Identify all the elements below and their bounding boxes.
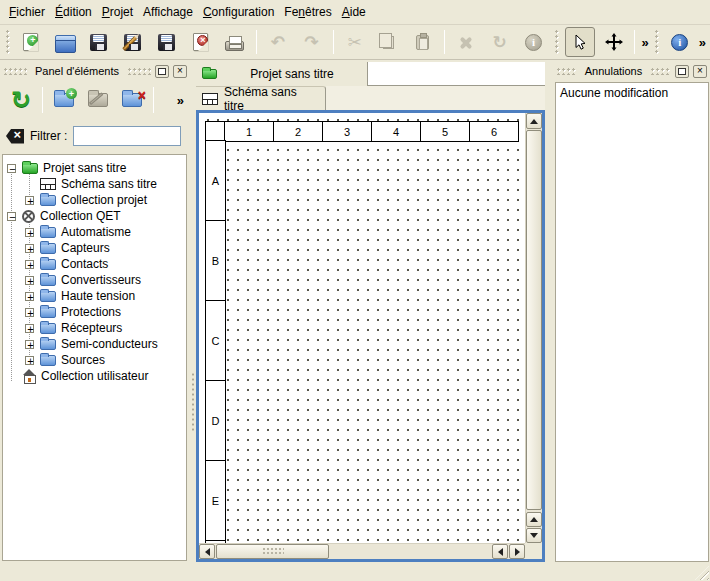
open-project-button[interactable] (50, 27, 80, 57)
arrow-up-icon (530, 119, 538, 124)
expand-box[interactable] (25, 260, 34, 269)
dock-close-button[interactable]: × (173, 65, 187, 78)
expand-box[interactable] (25, 324, 34, 333)
arrow-left-icon (205, 548, 210, 556)
menu-fenetres[interactable]: Fenêtres (279, 2, 336, 22)
scroll-down-button[interactable] (526, 528, 542, 543)
tree-item-protections[interactable]: Protections (3, 304, 186, 320)
select-mode-button[interactable] (565, 27, 595, 57)
dock-float-button[interactable] (675, 65, 689, 78)
toolbar-overflow-button[interactable]: » (697, 35, 708, 50)
menu-edition[interactable]: Édition (50, 2, 97, 22)
move-mode-button[interactable] (599, 27, 629, 57)
tab-schema-sans-titre[interactable]: Schéma sans titre (196, 86, 326, 110)
tree-item-capteurs[interactable]: Capteurs (3, 240, 186, 256)
paste-button (408, 27, 438, 57)
expand-box[interactable] (25, 308, 34, 317)
column-header: 6 (469, 121, 519, 142)
save-button[interactable] (84, 27, 114, 57)
reload-collections-button[interactable]: ↻ (7, 86, 35, 114)
scroll-left-button[interactable] (492, 544, 508, 559)
tree-item-contacts[interactable]: Contacts (3, 256, 186, 272)
toolbar-drag-handle[interactable] (554, 29, 560, 55)
tree-item-automatisme[interactable]: Automatisme (3, 224, 186, 240)
undo-history-list[interactable]: Aucune modification (555, 82, 709, 562)
project-tab-label: Projet sans titre (223, 67, 361, 81)
collapse-box[interactable] (7, 164, 16, 173)
delete-category-button[interactable]: × (118, 86, 146, 114)
floppy-disk-icon (90, 34, 107, 51)
open-folder-icon (55, 39, 74, 51)
schema-tab-label: Schéma sans titre (224, 85, 319, 113)
tree-item-collection-qet[interactable]: Collection QET (3, 208, 186, 224)
expand-box[interactable] (25, 356, 34, 365)
titleblock-row-headers: A B C D E (205, 141, 226, 543)
row-header: A (205, 140, 226, 221)
elements-tree[interactable]: Projet sans titre Schéma sans titre Coll… (2, 154, 187, 561)
cut-button: ✂ (340, 27, 370, 57)
arrow-left-icon (498, 548, 503, 556)
redo-icon: ↷ (305, 34, 319, 51)
expand-box[interactable] (25, 292, 34, 301)
tree-item-sources[interactable]: Sources (3, 352, 186, 368)
expand-box[interactable] (25, 244, 34, 253)
print-button[interactable] (220, 27, 250, 57)
menu-fichier[interactable]: Fichier (4, 2, 50, 22)
expand-box[interactable] (25, 196, 34, 205)
save-all-button[interactable] (152, 27, 182, 57)
toolbar-separator (444, 30, 445, 54)
scroll-up-button[interactable] (526, 512, 542, 527)
close-file-button[interactable]: × (186, 27, 216, 57)
tree-item-schema-sans-titre[interactable]: Schéma sans titre (3, 176, 186, 192)
vertical-scrollbar[interactable] (525, 113, 542, 543)
tree-item-collection-projet[interactable]: Collection projet (3, 192, 186, 208)
expand-box[interactable] (25, 228, 34, 237)
filter-input[interactable] (73, 126, 181, 146)
toolbar-drag-handle[interactable] (5, 29, 11, 55)
about-qet-button[interactable]: i (665, 27, 695, 57)
dock-close-button[interactable]: × (693, 65, 707, 78)
toolbar-drag-handle[interactable] (654, 29, 660, 55)
tree-item-collection-utilisateur[interactable]: Collection utilisateur (3, 368, 186, 384)
vertical-scrollbar-thumb[interactable] (526, 130, 542, 510)
undo-panel-title: Annulations (581, 65, 647, 77)
schema-icon (40, 178, 56, 190)
undo-list-item[interactable]: Aucune modification (556, 83, 708, 103)
tree-item-convertisseurs[interactable]: Convertisseurs (3, 272, 186, 288)
dock-splitter-handle[interactable] (191, 372, 195, 432)
folder-icon (40, 195, 56, 206)
tree-item-haute-tension[interactable]: Haute tension (3, 288, 186, 304)
menu-projet[interactable]: Projet (97, 2, 138, 22)
clear-filter-icon[interactable] (6, 129, 24, 144)
save-as-button[interactable] (118, 27, 148, 57)
project-tab-icon (202, 69, 217, 79)
horizontal-scrollbar[interactable] (199, 543, 525, 559)
scroll-right-button[interactable] (509, 544, 525, 559)
folder-icon (40, 323, 56, 334)
diagram-canvas[interactable]: 1 2 3 4 5 6 A B C D E (200, 114, 525, 543)
collapse-box[interactable] (7, 212, 16, 221)
expand-box[interactable] (25, 276, 34, 285)
dock-float-button[interactable] (155, 65, 169, 78)
expand-box[interactable] (25, 340, 34, 349)
undo-panel-titlebar[interactable]: Annulations × (553, 62, 710, 80)
new-category-button[interactable]: + (50, 86, 78, 114)
scroll-left-button[interactable] (199, 544, 215, 559)
new-document-icon: + (23, 33, 38, 51)
toolbar-overflow-button[interactable]: » (639, 35, 650, 50)
horizontal-scrollbar-thumb[interactable] (216, 544, 329, 559)
tree-item-projet-sans-titre[interactable]: Projet sans titre (3, 160, 186, 176)
elements-panel-titlebar[interactable]: Panel d'éléments × (0, 62, 190, 80)
new-document-button[interactable]: + (16, 27, 46, 57)
menu-aide[interactable]: Aide (337, 2, 371, 22)
menu-bar: Fichier Édition Projet Affichage Configu… (0, 0, 710, 25)
info-blue-icon: i (671, 34, 688, 51)
scroll-up-button[interactable] (526, 113, 542, 129)
tree-item-semi-conducteurs[interactable]: Semi-conducteurs (3, 336, 186, 352)
panel-toolbar-overflow-button[interactable]: » (175, 93, 186, 108)
menu-configuration[interactable]: Configuration (198, 2, 279, 22)
tree-item-recepteurs[interactable]: Récepteurs (3, 320, 186, 336)
tab-projet-sans-titre[interactable]: Projet sans titre (196, 62, 368, 86)
floppy-pencil-icon (124, 34, 141, 51)
menu-affichage[interactable]: Affichage (138, 2, 198, 22)
